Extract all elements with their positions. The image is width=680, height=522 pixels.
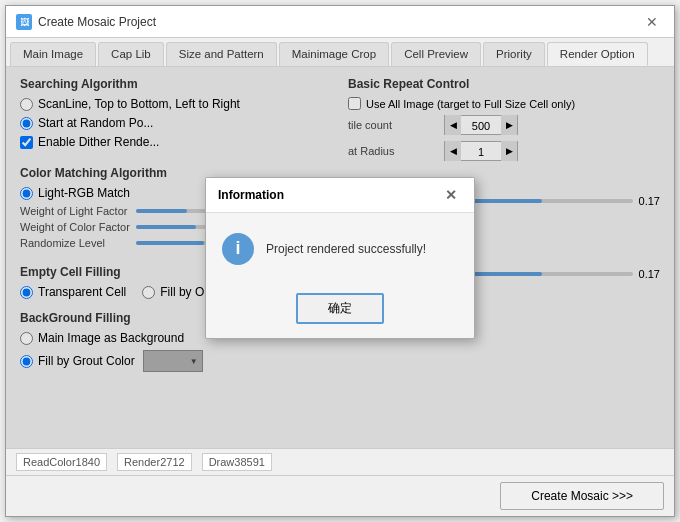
- tab-cap-lib[interactable]: Cap Lib: [98, 42, 164, 66]
- title-bar-left: 🖼 Create Mosaic Project: [16, 14, 156, 30]
- app-icon: 🖼: [16, 14, 32, 30]
- status-bar: ReadColor1840 Render2712 Draw38591: [6, 448, 674, 475]
- tab-main-image[interactable]: Main Image: [10, 42, 96, 66]
- main-content: Searching Algorithm ScanLine, Top to Bot…: [6, 67, 674, 448]
- dialog-title-bar: Information ✕: [206, 178, 474, 213]
- dialog-footer: 确定: [206, 285, 474, 338]
- tab-mainimage-crop[interactable]: Mainimage Crop: [279, 42, 389, 66]
- info-icon: i: [222, 233, 254, 265]
- status-render: Render2712: [117, 453, 192, 471]
- tab-render-option[interactable]: Render Option: [547, 42, 648, 66]
- tab-size-pattern[interactable]: Size and Pattern: [166, 42, 277, 66]
- information-dialog: Information ✕ i Project rendered success…: [205, 177, 475, 339]
- tab-priority[interactable]: Priority: [483, 42, 545, 66]
- create-mosaic-button[interactable]: Create Mosaic >>>: [500, 482, 664, 510]
- window-title: Create Mosaic Project: [38, 15, 156, 29]
- dialog-body: i Project rendered successfully!: [206, 213, 474, 285]
- ok-button[interactable]: 确定: [296, 293, 384, 324]
- dialog-message: Project rendered successfully!: [266, 242, 426, 256]
- dialog-overlay: Information ✕ i Project rendered success…: [6, 67, 674, 448]
- title-bar: 🖼 Create Mosaic Project ✕: [6, 6, 674, 38]
- dialog-title-text: Information: [218, 188, 284, 202]
- tab-cell-preview[interactable]: Cell Preview: [391, 42, 481, 66]
- status-read-color: ReadColor1840: [16, 453, 107, 471]
- tab-bar: Main Image Cap Lib Size and Pattern Main…: [6, 38, 674, 67]
- dialog-close-button[interactable]: ✕: [440, 186, 462, 204]
- main-window: 🖼 Create Mosaic Project ✕ Main Image Cap…: [5, 5, 675, 517]
- bottom-bar: Create Mosaic >>>: [6, 475, 674, 516]
- close-button[interactable]: ✕: [640, 12, 664, 32]
- status-draw: Draw38591: [202, 453, 272, 471]
